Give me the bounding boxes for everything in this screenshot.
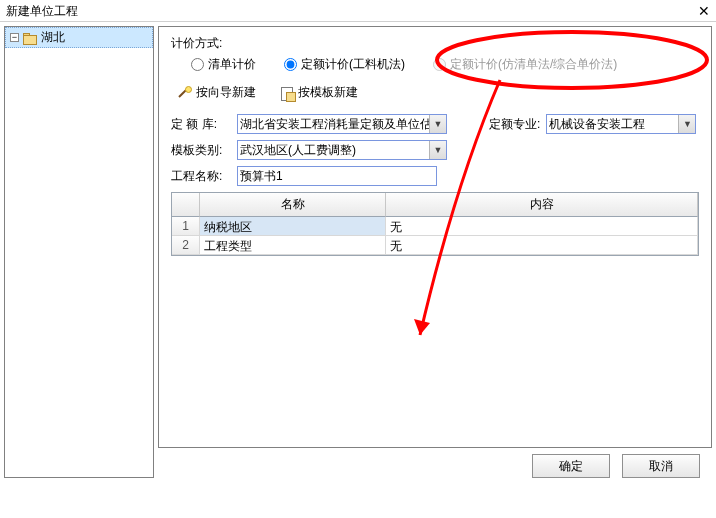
wizard-new-button[interactable]: 按向导新建	[171, 81, 263, 104]
project-name-label: 工程名称:	[171, 168, 231, 185]
cancel-button[interactable]: 取消	[622, 454, 700, 478]
quota-lib-select[interactable]: 湖北省安装工程消耗量定额及单位估价表 ▼	[237, 114, 447, 134]
row-content[interactable]: 无	[386, 217, 698, 236]
quota-spec-label: 定额专业:	[489, 116, 540, 133]
radio-quota-machine-label: 定额计价(工料机法)	[301, 56, 405, 73]
template-cat-select[interactable]: 武汉地区(人工费调整) ▼	[237, 140, 447, 160]
wand-icon	[178, 86, 192, 100]
template-new-button[interactable]: 按模板新建	[273, 81, 365, 104]
row-index: 1	[172, 217, 200, 236]
project-name-input[interactable]: 预算书1	[237, 166, 437, 186]
chevron-down-icon[interactable]: ▼	[429, 141, 446, 159]
row-name[interactable]: 纳税地区	[200, 217, 386, 236]
quota-lib-value: 湖北省安装工程消耗量定额及单位估价表	[240, 116, 444, 133]
form-panel: 计价方式: 清单计价 定额计价(工料机法) 定额计价(仿清单法/综合单价法) 按…	[158, 26, 712, 448]
cancel-label: 取消	[649, 458, 673, 475]
folder-icon	[23, 32, 37, 43]
radio-quota-sim: 定额计价(仿清单法/综合单价法)	[433, 56, 617, 73]
row-index: 2	[172, 236, 200, 255]
tree-collapse-icon[interactable]: −	[10, 33, 19, 42]
table-row[interactable]: 1 纳税地区 无	[172, 217, 698, 236]
col-content-header[interactable]: 内容	[386, 193, 698, 217]
close-icon[interactable]: ✕	[680, 0, 710, 22]
table-row[interactable]: 2 工程类型 无	[172, 236, 698, 255]
properties-table: 名称 内容 1 纳税地区 无 2 工程类型 无	[171, 192, 699, 256]
template-icon	[280, 86, 294, 100]
project-name-value: 预算书1	[240, 168, 283, 185]
chevron-down-icon[interactable]: ▼	[429, 115, 446, 133]
pricing-mode-label: 计价方式:	[171, 35, 699, 52]
radio-quota-machine[interactable]: 定额计价(工料机法)	[284, 56, 405, 73]
template-cat-label: 模板类别:	[171, 142, 231, 159]
tree-item-root[interactable]: − 湖北	[5, 27, 153, 48]
col-name-header[interactable]: 名称	[200, 193, 386, 217]
wizard-new-label: 按向导新建	[196, 84, 256, 101]
ok-button[interactable]: 确定	[532, 454, 610, 478]
quota-spec-select[interactable]: 机械设备安装工程 ▼	[546, 114, 696, 134]
tree-item-label: 湖北	[41, 29, 65, 46]
quota-spec-value: 机械设备安装工程	[549, 116, 663, 133]
template-new-label: 按模板新建	[298, 84, 358, 101]
window-title: 新建单位工程	[6, 4, 78, 18]
template-cat-value: 武汉地区(人工费调整)	[240, 142, 374, 159]
ok-label: 确定	[559, 458, 583, 475]
radio-bill-pricing[interactable]: 清单计价	[191, 56, 256, 73]
quota-lib-label: 定 额 库:	[171, 116, 231, 133]
row-content[interactable]: 无	[386, 236, 698, 255]
radio-bill-label: 清单计价	[208, 56, 256, 73]
radio-quota-sim-label: 定额计价(仿清单法/综合单价法)	[450, 56, 617, 73]
row-name[interactable]: 工程类型	[200, 236, 386, 255]
table-corner	[172, 193, 200, 217]
chevron-down-icon[interactable]: ▼	[678, 115, 695, 133]
project-tree[interactable]: − 湖北	[4, 26, 154, 478]
